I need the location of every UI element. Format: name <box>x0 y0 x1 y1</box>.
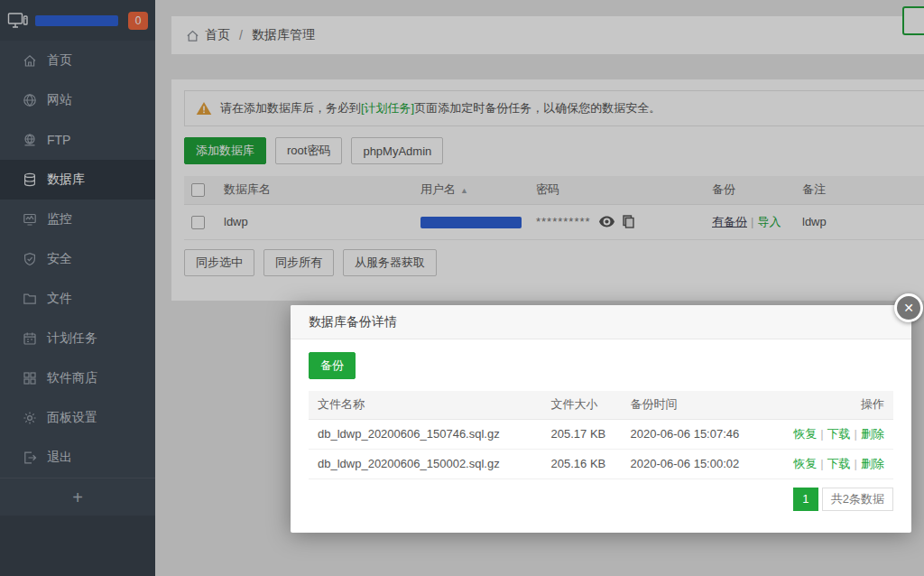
backup-time: 2020-06-06 15:00:02 <box>622 449 785 478</box>
app-root: 0 首页 网站 FTP 数据库 监控 <box>0 0 924 576</box>
pagination: 1 共2条数据 <box>309 488 893 511</box>
link-separator: | <box>820 457 823 470</box>
total-count: 共2条数据 <box>822 488 893 511</box>
page-number[interactable]: 1 <box>793 488 818 511</box>
backup-file-name: db_ldwp_20200606_150002.sql.gz <box>309 449 542 478</box>
link-separator: | <box>855 457 857 470</box>
backup-now-button[interactable]: 备份 <box>309 352 356 379</box>
backup-file-name: db_ldwp_20200606_150746.sql.gz <box>309 419 542 449</box>
download-link[interactable]: 下载 <box>827 427 851 441</box>
backup-file-size: 205.16 KB <box>542 449 622 478</box>
download-link[interactable]: 下载 <box>827 457 851 470</box>
delete-link[interactable]: 删除 <box>861 427 884 441</box>
link-separator: | <box>820 427 823 441</box>
restore-link[interactable]: 恢复 <box>793 427 817 441</box>
close-icon[interactable]: ✕ <box>894 293 923 322</box>
backup-row: db_ldwp_20200606_150002.sql.gz 205.16 KB… <box>309 449 893 478</box>
backup-table: 文件名称 文件大小 备份时间 操作 db_ldwp_20200606_15074… <box>309 391 893 479</box>
delete-link[interactable]: 删除 <box>861 457 884 470</box>
restore-link[interactable]: 恢复 <box>793 457 817 470</box>
col-file-size: 文件大小 <box>542 391 622 419</box>
backup-time: 2020-06-06 15:07:46 <box>622 419 785 449</box>
col-backup-time: 备份时间 <box>622 391 785 419</box>
modal-title-bar: 数据库备份详情 <box>291 305 911 339</box>
modal-title: 数据库备份详情 <box>309 314 397 330</box>
backup-detail-modal: ✕ 数据库备份详情 备份 文件名称 文件大小 备份时间 操作 db_ld <box>291 305 911 533</box>
backup-header-row: 文件名称 文件大小 备份时间 操作 <box>309 391 893 419</box>
modal-body: 备份 文件名称 文件大小 备份时间 操作 db_ldwp_20200606_15… <box>291 339 911 511</box>
link-separator: | <box>855 427 857 441</box>
backup-row: db_ldwp_20200606_150746.sql.gz 205.17 KB… <box>309 419 893 449</box>
backup-file-size: 205.17 KB <box>542 419 622 449</box>
col-operations: 操作 <box>784 391 893 419</box>
col-file-name: 文件名称 <box>309 391 542 419</box>
